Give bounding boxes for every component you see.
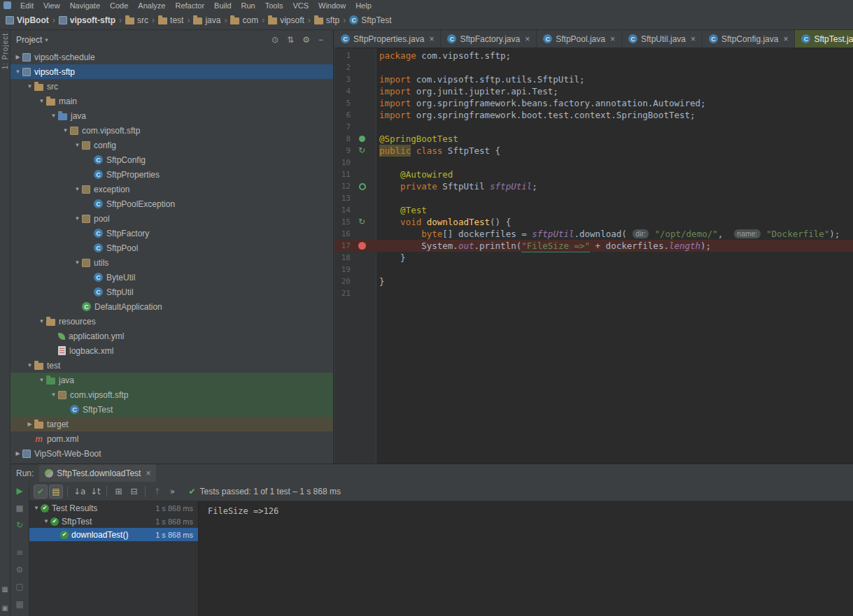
editor-tab-sftptest-java[interactable]: CSftpTest.java× [795,30,853,48]
tree-item-pom-xml[interactable]: mpom.xml [10,431,333,446]
tree-expanded-icon[interactable]: ▼ [25,83,34,89]
stop-button[interactable]: ■ [15,503,23,514]
tree-item-com-vipsoft-sftp[interactable]: ▼com.vipsoft.sftp [10,123,333,138]
collapse-all-button[interactable]: ⊟ [127,485,141,499]
tree-expanded-icon[interactable]: ▼ [73,142,82,148]
tree-item-vipsoft-web-boot[interactable]: ▶VipSoft-Web-Boot [10,446,333,461]
breakpoint-icon[interactable] [358,242,366,250]
breadcrumb-item-src[interactable]: src [123,14,150,27]
breadcrumb-item-vipboot[interactable]: VipBoot [3,14,51,27]
breadcrumb-item-com[interactable]: com [228,14,260,27]
sort-by-duration-button[interactable]: ↓t [88,485,102,499]
tree-item-target[interactable]: ▶target [10,417,333,431]
show-passed-toggle[interactable]: ✔ [34,485,48,499]
test-run-icon[interactable]: ↻ [358,216,365,228]
run-tab[interactable]: SftpTest.downloadTest × [39,464,156,482]
spring-dot-icon[interactable] [359,136,365,142]
close-tab-icon[interactable]: × [525,34,530,44]
tree-expanded-icon[interactable]: ▼ [37,98,46,104]
editor-tab-sftputil-java[interactable]: CSftpUtil.java× [622,30,703,48]
tree-expanded-icon[interactable]: ▼ [13,69,22,75]
tree-expanded-icon[interactable]: ▼ [32,505,41,511]
sort-alphabetically-button[interactable]: ↓a [72,485,87,499]
breadcrumb-item-vipsoft[interactable]: vipsoft [266,14,306,27]
tool-windows-icon[interactable]: ▣ [1,604,8,612]
scroll-from-source-button[interactable]: ⇅ [283,35,298,45]
expand-all-button[interactable]: ⊞ [111,485,125,499]
tree-item-utils[interactable]: ▼utils [10,255,333,270]
project-tool-window-button[interactable]: 1: Project [1,33,9,69]
close-icon[interactable]: × [146,468,150,478]
tree-expanded-icon[interactable]: ▼ [42,518,50,524]
tree-item-sftputil[interactable]: CSftpUtil [10,285,333,299]
tree-item-config[interactable]: ▼config [10,138,333,152]
close-tab-icon[interactable]: × [610,34,615,44]
menu-tools[interactable]: Tools [260,1,288,10]
menu-run[interactable]: Run [237,1,260,10]
editor-tab-sftpconfig-java[interactable]: CSftpConfig.java× [703,30,795,48]
show-ignored-toggle[interactable]: ▤ [49,485,63,499]
close-tab-icon[interactable]: × [429,34,434,44]
tree-expanded-icon[interactable]: ▼ [61,127,70,134]
tree-item-sftptest[interactable]: CSftpTest [10,402,333,417]
test-tree-item-sftptest[interactable]: ▼✔SftpTest1 s 868 ms [29,515,198,528]
tree-collapsed-icon[interactable]: ▶ [13,450,22,457]
tree-expanded-icon[interactable]: ▼ [73,186,82,192]
tree-item-logback-xml[interactable]: logback.xml [10,343,333,358]
editor-tab-sftppool-java[interactable]: CSftpPool.java× [537,30,622,48]
restore-layout-button[interactable]: ▦ [15,599,23,609]
tree-item-src[interactable]: ▼src [10,79,333,94]
tree-item-application-yml[interactable]: application.yml [10,329,333,343]
settings-gear-icon[interactable]: ⚙ [16,564,24,575]
tree-item-exception[interactable]: ▼exception [10,182,333,196]
test-tree-item-test-results[interactable]: ▼✔Test Results1 s 868 ms [29,501,198,515]
previous-failed-test-button[interactable]: ↑ [150,485,164,499]
menu-view[interactable]: View [38,1,65,10]
tree-item-com-vipsoft-sftp[interactable]: ▼com.vipsoft.sftp [10,387,333,402]
test-history-button[interactable]: ≡ [16,547,23,558]
menu-window[interactable]: Window [313,1,351,10]
menu-analyze[interactable]: Analyze [133,1,170,10]
menu-vcs[interactable]: VCS [288,1,313,10]
tree-item-defaultapplication[interactable]: CDefaultApplication [10,299,333,314]
settings-gear-icon[interactable]: ⚙ [298,35,314,45]
tree-item-vipsoft-sftp[interactable]: ▼vipsoft-sftp [10,64,333,79]
menu-edit[interactable]: Edit [15,1,38,10]
rerun-button[interactable]: ▶ [16,486,22,496]
menu-navigate[interactable]: Navigate [65,1,105,10]
tree-item-sftpproperties[interactable]: CSftpProperties [10,167,333,182]
rerun-failed-tests-button[interactable]: ↻ [16,520,23,531]
editor-tab-sftpproperties-java[interactable]: CSftpProperties.java× [334,30,441,48]
test-run-icon[interactable]: ↻ [358,145,365,157]
editor-body[interactable]: 1package com.vipsoft.sftp;23import com.v… [334,48,853,464]
breadcrumb-item-sftptest[interactable]: CSftpTest [347,14,393,27]
tree-item-resources[interactable]: ▼resources [10,314,333,329]
tree-item-pool[interactable]: ▼pool [10,211,333,226]
menu-code[interactable]: Code [105,1,133,10]
breadcrumb-item-sftp[interactable]: sftp [312,14,341,27]
tree-item-test[interactable]: ▼test [10,358,333,373]
tree-item-main[interactable]: ▼main [10,94,333,108]
tree-item-sftpfactory[interactable]: CSftpFactory [10,226,333,241]
breadcrumb-item-test[interactable]: test [156,14,185,27]
tree-item-sftppoolexception[interactable]: CSftpPoolException [10,196,333,211]
breadcrumb-item-vipsoft-sftp[interactable]: vipsoft-sftp [57,14,118,27]
tree-item-sftpconfig[interactable]: CSftpConfig [10,152,333,167]
layout-grid-icon[interactable]: ▦ [1,585,8,593]
tree-expanded-icon[interactable]: ▼ [49,113,58,119]
menu-help[interactable]: Help [351,1,376,10]
tree-expanded-icon[interactable]: ▼ [37,318,46,324]
tree-item-java[interactable]: ▼java [10,373,333,387]
spring-bean-icon[interactable] [359,183,366,190]
tree-expanded-icon[interactable]: ▼ [73,215,82,222]
tree-expanded-icon[interactable]: ▼ [25,362,34,368]
tree-item-java[interactable]: ▼java [10,108,333,123]
tree-item-byteutil[interactable]: CByteUtil [10,270,333,285]
close-tab-icon[interactable]: × [783,34,788,44]
menu-refactor[interactable]: Refactor [170,1,209,10]
chevron-down-icon[interactable]: ▾ [45,36,48,43]
more-options-button[interactable]: » [165,485,179,499]
console-output[interactable]: FileSize =>126 [199,501,853,616]
tree-item-sftppool[interactable]: CSftpPool [10,241,333,255]
pin-tab-button[interactable]: ▢ [15,582,23,592]
